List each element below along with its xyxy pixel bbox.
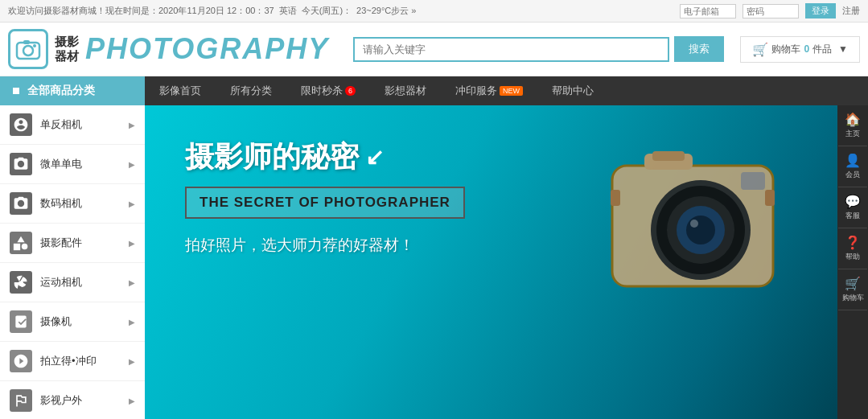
sidebar-item-5[interactable]: 摄像机 ▶ bbox=[0, 302, 145, 342]
cart-icon-right: 🛒 bbox=[845, 276, 861, 291]
nav: 全部商品分类 影像首页 所有分类 限时秒杀 6 影想器材 冲印服务 NEW 帮助… bbox=[0, 76, 868, 105]
cart-label: 购物车 bbox=[771, 43, 800, 56]
sidebar-label-4: 运动相机 bbox=[40, 275, 129, 290]
nav-item-3[interactable]: 影想器材 bbox=[370, 76, 441, 105]
logo-text: 摄影 器材 bbox=[55, 35, 79, 64]
member-label: 会员 bbox=[845, 170, 860, 180]
language-text: 英语 bbox=[279, 5, 297, 17]
member-icon: 👤 bbox=[845, 153, 861, 168]
banner-subtitle-box: THE SECRET OF PHOTOGRAPHER bbox=[185, 187, 465, 219]
right-panel: 🏠 主页 👤 会员 💬 客服 ❓ 帮助 🛒 购物车 bbox=[837, 105, 868, 419]
cart-icon: 🛒 bbox=[752, 42, 768, 57]
register-link[interactable]: 注册 bbox=[842, 5, 860, 17]
cart-suffix: 件品 bbox=[812, 43, 832, 56]
svg-rect-5 bbox=[14, 244, 20, 250]
sidebar-label-5: 摄像机 bbox=[40, 314, 129, 329]
today-text: 今天(周五)： bbox=[302, 5, 352, 17]
camera-illustration bbox=[564, 109, 821, 310]
banner-title-cn: 摄影师的秘密 bbox=[185, 138, 359, 177]
cart-dropdown-icon[interactable]: ▼ bbox=[838, 43, 848, 55]
sidebar: 单反相机 ▶ 微单单电 ▶ 数码相机 ▶ 摄影配件 ▶ bbox=[0, 105, 145, 419]
search-area: 搜索 bbox=[353, 36, 724, 62]
top-bar: 欢迎访问摄影器材商城！现在时间是：2020年11月20日 12：00：37 英语… bbox=[0, 0, 868, 23]
nav-item-2[interactable]: 限时秒杀 6 bbox=[286, 76, 370, 105]
logo-icon bbox=[8, 29, 48, 69]
email-input[interactable] bbox=[680, 4, 736, 18]
cart-count: 0 bbox=[804, 43, 809, 55]
top-bar-left: 欢迎访问摄影器材商城！现在时间是：2020年11月20日 12：00：37 英语… bbox=[8, 5, 416, 17]
sidebar-item-7[interactable]: 影视户外 ▶ bbox=[0, 381, 145, 419]
nav-item-4[interactable]: 冲印服务 NEW bbox=[441, 76, 537, 105]
svg-rect-15 bbox=[652, 151, 685, 161]
sidebar-item-0[interactable]: 单反相机 ▶ bbox=[0, 105, 145, 145]
banner-arrow: ↙ bbox=[365, 144, 384, 170]
login-button[interactable]: 登录 bbox=[805, 3, 836, 18]
sidebar-arrow-2: ▶ bbox=[129, 199, 135, 208]
svg-rect-18 bbox=[765, 190, 775, 206]
help-icon: ❓ bbox=[845, 235, 861, 250]
password-input[interactable] bbox=[743, 4, 799, 18]
chat-label: 客服 bbox=[845, 211, 860, 221]
sidebar-item-2[interactable]: 数码相机 ▶ bbox=[0, 184, 145, 224]
right-panel-home[interactable]: 🏠 主页 bbox=[838, 105, 867, 146]
svg-point-4 bbox=[22, 244, 28, 250]
header: 摄影 器材 PHOTOGRAPHY 搜索 🛒 购物车 0 件品 ▼ bbox=[0, 23, 868, 76]
home-icon: 🏠 bbox=[845, 112, 861, 127]
sidebar-arrow-7: ▶ bbox=[129, 396, 135, 405]
sidebar-icon-5 bbox=[10, 310, 32, 333]
sidebar-icon-2 bbox=[10, 192, 32, 215]
cart-label-right: 购物车 bbox=[842, 293, 864, 303]
sidebar-label-7: 影视户外 bbox=[40, 393, 129, 408]
right-panel-chat[interactable]: 💬 客服 bbox=[838, 187, 867, 228]
categories-label: 全部商品分类 bbox=[27, 84, 95, 98]
sidebar-label-1: 微单单电 bbox=[40, 157, 129, 171]
new-badge: NEW bbox=[500, 86, 523, 96]
search-button[interactable]: 搜索 bbox=[674, 36, 724, 62]
svg-rect-16 bbox=[741, 172, 765, 190]
sidebar-item-6[interactable]: 拍立得•冲印 ▶ bbox=[0, 342, 145, 381]
banner-desc: 拍好照片，选大师力荐的好器材！ bbox=[185, 235, 465, 256]
sidebar-label-6: 拍立得•冲印 bbox=[40, 354, 129, 368]
logo-photography: PHOTOGRAPHY bbox=[85, 32, 329, 66]
banner-subtitle-en: THE SECRET OF PHOTOGRAPHER bbox=[200, 195, 450, 210]
sidebar-label-3: 摄影配件 bbox=[40, 236, 129, 250]
right-panel-help[interactable]: ❓ 帮助 bbox=[838, 228, 867, 269]
sidebar-icon-4 bbox=[10, 271, 32, 294]
nav-item-0[interactable]: 影像首页 bbox=[145, 76, 216, 105]
cart-area[interactable]: 🛒 购物车 0 件品 ▼ bbox=[740, 36, 860, 63]
help-label: 帮助 bbox=[845, 252, 860, 262]
bullet-icon bbox=[13, 88, 19, 94]
sidebar-arrow-0: ▶ bbox=[129, 121, 135, 129]
sidebar-item-1[interactable]: 微单单电 ▶ bbox=[0, 145, 145, 184]
sidebar-icon-1 bbox=[10, 153, 32, 175]
logo-area: 摄影 器材 PHOTOGRAPHY bbox=[8, 29, 329, 69]
sidebar-item-4[interactable]: 运动相机 ▶ bbox=[0, 263, 145, 302]
weather-text: 23~29°C步云 » bbox=[356, 5, 416, 17]
svg-point-1 bbox=[23, 46, 33, 55]
right-panel-cart[interactable]: 🛒 购物车 bbox=[838, 269, 867, 310]
banner-content: 摄影师的秘密 ↙ THE SECRET OF PHOTOGRAPHER 拍好照片… bbox=[185, 138, 465, 256]
banner-title-row: 摄影师的秘密 ↙ bbox=[185, 138, 465, 177]
sidebar-icon-7 bbox=[10, 389, 32, 412]
search-input[interactable] bbox=[353, 37, 669, 62]
sidebar-item-3[interactable]: 摄影配件 ▶ bbox=[0, 224, 145, 263]
logo-cn-line1: 摄影 bbox=[55, 35, 79, 49]
sidebar-label-0: 单反相机 bbox=[40, 117, 129, 132]
nav-categories[interactable]: 全部商品分类 bbox=[0, 76, 145, 105]
sidebar-label-2: 数码相机 bbox=[40, 196, 129, 211]
sidebar-arrow-4: ▶ bbox=[129, 278, 135, 287]
svg-point-13 bbox=[690, 220, 698, 228]
main-area: 单反相机 ▶ 微单单电 ▶ 数码相机 ▶ 摄影配件 ▶ bbox=[0, 105, 868, 419]
svg-point-3 bbox=[33, 44, 36, 47]
top-bar-right: 登录 注册 bbox=[680, 3, 860, 18]
right-panel-member[interactable]: 👤 会员 bbox=[838, 146, 867, 187]
nav-item-1[interactable]: 所有分类 bbox=[216, 76, 286, 105]
flash-sale-badge: 6 bbox=[345, 86, 356, 96]
chat-icon: 💬 bbox=[845, 194, 861, 209]
sidebar-icon-6 bbox=[10, 350, 32, 372]
nav-items: 影像首页 所有分类 限时秒杀 6 影想器材 冲印服务 NEW 帮助中心 bbox=[145, 76, 868, 105]
nav-item-5[interactable]: 帮助中心 bbox=[537, 76, 608, 105]
home-label: 主页 bbox=[845, 129, 860, 139]
sidebar-arrow-1: ▶ bbox=[129, 160, 135, 169]
welcome-text: 欢迎访问摄影器材商城！现在时间是：2020年11月20日 12：00：37 bbox=[8, 5, 274, 17]
